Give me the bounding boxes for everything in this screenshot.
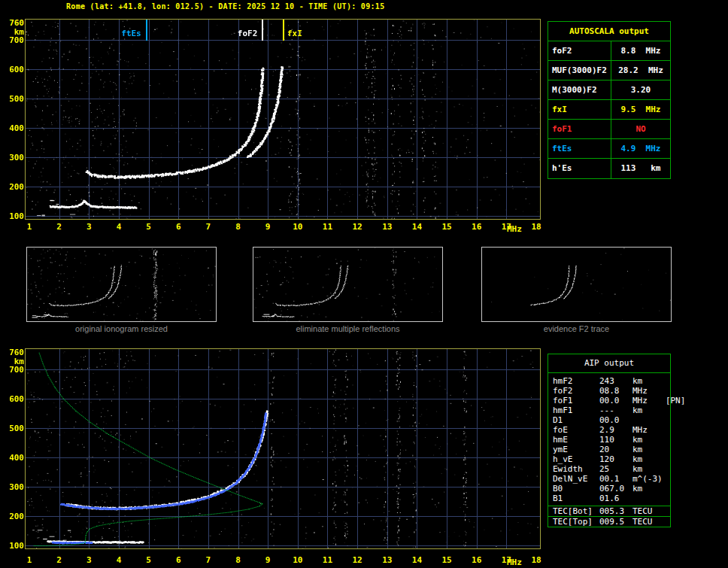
aip-unit: km — [632, 376, 642, 386]
thumbnail-original-ionogram — [26, 247, 217, 322]
ionogram-plot-top — [25, 19, 541, 220]
aip-parameter: hmE — [553, 435, 599, 445]
aip-parameter: DelN_vE — [553, 474, 599, 484]
aip-value: 110 — [599, 435, 632, 445]
x-axis-tick-label: 15 — [439, 555, 454, 565]
aip-unit: km — [632, 435, 642, 445]
aip-value: 243 — [599, 376, 632, 386]
y-axis-tick-label: 200 — [5, 182, 24, 192]
autoscala-parameter: MUF(3000)F2 — [548, 61, 611, 80]
y-axis-tick-label: 400 — [5, 123, 24, 133]
y-axis-unit-label: km — [5, 357, 24, 366]
aip-table-body: hmF2243kmfoF208.8MHzfoF100.0MHz[PN]hmF1-… — [548, 373, 670, 506]
x-axis-tick-label: 14 — [409, 222, 424, 232]
aip-row: hmF1---km — [553, 405, 670, 415]
tec-value: 005.3 — [599, 506, 632, 516]
aip-parameter: foF1 — [553, 396, 599, 405]
aip-unit: km — [632, 454, 642, 464]
aip-parameter: B1 — [553, 494, 599, 503]
aip-row: h_vE120km — [553, 454, 670, 464]
aip-unit: MHz — [632, 386, 648, 396]
aip-parameter: D1 — [553, 415, 599, 425]
station-date-header: Rome (lat: +41.8, lon: 012.5) - DATE: 20… — [66, 2, 384, 11]
aip-row: B0067.0km — [553, 484, 670, 494]
x-axis-tick-label: 10 — [290, 555, 305, 565]
autoscala-output-table: AUTOSCALA output foF28.8 MHzMUF(3000)F22… — [548, 21, 671, 179]
aip-row: foF208.8MHz — [553, 386, 670, 396]
aip-row: Ewidth25km — [553, 464, 670, 474]
y-axis-tick-label: 200 — [5, 512, 24, 521]
aip-value: 00.0 — [599, 396, 632, 405]
aip-unit: MHz — [632, 425, 648, 435]
aip-value: 067.0 — [599, 484, 632, 494]
y-axis-tick-label: 700 — [5, 365, 24, 375]
aip-parameter: foE — [553, 425, 599, 435]
x-axis-tick-label: 3 — [81, 222, 96, 232]
autoscala-value: NO — [611, 120, 670, 138]
aip-parameter: ymE — [553, 445, 599, 454]
x-axis-tick-label: 7 — [201, 555, 216, 565]
thumbnail-original-canvas — [27, 248, 216, 321]
y-axis-tick-label: 700 — [5, 35, 24, 45]
aip-value: 2.9 — [599, 425, 632, 435]
autoscala-value: 9.5 MHz — [611, 100, 670, 119]
aip-unit: km — [632, 445, 642, 454]
y-axis-tick-label: 600 — [5, 394, 24, 404]
autoscala-row: ftEs4.9 MHz — [548, 139, 670, 159]
x-axis-tick-label: 2 — [52, 222, 67, 232]
aip-parameter: B0 — [553, 484, 599, 494]
y-axis-tick-label: 400 — [5, 453, 24, 463]
thumbnail-no-multiples-canvas — [253, 248, 442, 321]
marker-label-fxI: fxI — [287, 29, 302, 38]
x-axis-tick-label: 11 — [320, 555, 335, 565]
autoscala-value: 4.9 MHz — [611, 139, 670, 158]
aip-row: hmF2243km — [553, 376, 670, 386]
autoscala-table-body: foF28.8 MHzMUF(3000)F228.2 MHzM(3000)F23… — [548, 41, 670, 178]
aip-row: ymE20km — [553, 445, 670, 454]
x-axis-tick-label: 9 — [260, 222, 275, 232]
x-axis-tick-label: 1 — [22, 222, 37, 232]
x-axis-tick-label: 12 — [350, 555, 365, 565]
x-axis-tick-label: 13 — [380, 555, 395, 565]
thumbnail-caption-no-multiples: eliminate multiple reflections — [253, 324, 443, 333]
autoscala-row: MUF(3000)F228.2 MHz — [548, 61, 670, 80]
autoscala-parameter: foF2 — [548, 41, 611, 60]
autoscala-row: foF28.8 MHz — [548, 41, 670, 61]
x-axis-tick-label: 9 — [260, 555, 275, 565]
x-axis-tick-label: 14 — [409, 555, 424, 565]
y-axis-tick-label: 300 — [5, 482, 24, 492]
autoscala-row: h'Es113 km — [548, 159, 670, 178]
x-axis-unit-label: MHz — [507, 224, 522, 234]
tec-unit: TECU — [632, 506, 653, 516]
thumbnail-f2-trace-canvas — [482, 248, 671, 321]
marker-label-ftEs: ftEs — [121, 29, 141, 38]
x-axis-tick-label: 6 — [171, 222, 186, 232]
aip-parameter: h_vE — [553, 454, 599, 464]
x-axis-tick-label: 1 — [22, 555, 37, 565]
thumbnail-caption-f2-trace: evidence F2 trace — [481, 324, 672, 333]
x-axis-tick-label: 2 — [52, 555, 67, 565]
aip-row: D100.0 — [553, 415, 670, 425]
autoscala-parameter: h'Es — [548, 159, 611, 178]
aip-parameter: Ewidth — [553, 464, 599, 474]
y-axis-tick-label: 100 — [5, 211, 24, 221]
autoscala-value: 28.2 MHz — [611, 61, 670, 80]
x-axis-tick-label: 16 — [469, 555, 484, 565]
thumbnail-caption-original: original ionogram resized — [26, 324, 217, 333]
aip-row: foF100.0MHz[PN] — [553, 396, 670, 405]
x-axis-tick-label: 5 — [141, 555, 156, 565]
tec-parameter: TEC[Bot] — [553, 506, 599, 516]
aip-value: 120 — [599, 454, 632, 464]
x-axis-tick-label: 8 — [231, 555, 246, 565]
y-axis-tick-label: 500 — [5, 424, 24, 433]
autoscala-row: fxI9.5 MHz — [548, 100, 670, 120]
aip-value: --- — [599, 405, 632, 415]
x-axis-tick-label: 5 — [141, 222, 156, 232]
tec-parameter: TEC[Top] — [553, 517, 599, 527]
aip-value: 00.0 — [599, 415, 632, 425]
y-axis-tick-label: 600 — [5, 65, 24, 74]
aip-parameter: hmF1 — [553, 405, 599, 415]
x-axis-tick-label: 4 — [111, 555, 126, 565]
aip-row: B101.6 — [553, 494, 670, 503]
ionogram-bottom-canvas — [26, 349, 540, 548]
